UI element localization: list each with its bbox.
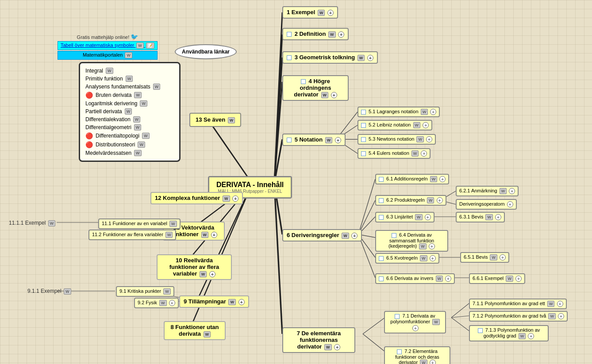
node-6-1-plus[interactable]: + bbox=[439, 176, 446, 182]
node-2-checkbox[interactable] bbox=[287, 32, 292, 37]
node-5-4-plus[interactable]: + bbox=[421, 150, 427, 157]
node-6-5-wiki[interactable]: W bbox=[420, 255, 427, 261]
node-6-2-wiki[interactable]: W bbox=[427, 197, 434, 203]
node-6-4-plus[interactable]: + bbox=[429, 243, 435, 249]
node-deriveringsop-plus[interactable]: + bbox=[507, 201, 513, 207]
node-deriveringsop[interactable]: Deriveringsoperatorn + bbox=[456, 199, 517, 210]
node-7-1-2[interactable]: 7.1.2 Polynomfunktion av grad två W + bbox=[469, 311, 568, 322]
node-11-plus[interactable]: + bbox=[211, 232, 217, 238]
node-5-3-wiki[interactable]: W bbox=[416, 136, 424, 142]
node-9-1[interactable]: 9.1 Kritiska punkter W bbox=[116, 286, 174, 297]
diffgeo-wiki[interactable]: W bbox=[134, 124, 142, 130]
node-7-1-3-plus[interactable]: + bbox=[528, 333, 534, 339]
node-5-4[interactable]: 5.4 Eulers notation W + bbox=[358, 148, 431, 159]
node-13-wiki[interactable]: W bbox=[228, 117, 235, 123]
node-7-1-2-wiki[interactable]: W bbox=[548, 313, 556, 319]
node-7-2-checkbox[interactable] bbox=[397, 349, 402, 354]
node-5-plus[interactable]: + bbox=[335, 137, 341, 143]
node-5-1-wiki[interactable]: W bbox=[421, 109, 428, 115]
log-wiki[interactable]: W bbox=[140, 100, 147, 107]
bruten-wiki[interactable]: W bbox=[134, 92, 142, 98]
node-9-2[interactable]: 9.2 Fysik W + bbox=[134, 298, 179, 308]
node-6-6[interactable]: 6.6 Derivata av invers W + bbox=[375, 273, 455, 284]
node-6[interactable]: 6 Deriveringsregler W + bbox=[282, 229, 362, 241]
node-4-wiki[interactable]: W bbox=[321, 92, 329, 98]
node-3-wiki[interactable]: W bbox=[358, 55, 365, 61]
node-7[interactable]: 7 De elementära funktionernas derivator … bbox=[282, 327, 355, 353]
node-11-2-wiki[interactable]: W bbox=[165, 232, 173, 238]
node-6-5-1[interactable]: 6.5.1 Bevis W + bbox=[460, 252, 509, 263]
node-6-3-plus[interactable]: + bbox=[425, 214, 431, 220]
node-1-wiki[interactable]: W bbox=[318, 10, 325, 16]
node-1[interactable]: 1 Exempel W + bbox=[282, 6, 338, 19]
difftopo-wiki[interactable]: W bbox=[142, 133, 150, 139]
node-6-plus[interactable]: + bbox=[351, 233, 358, 239]
node-7-2[interactable]: 7.2 Elementära funktioner och deras deri… bbox=[384, 346, 450, 364]
node-7-1-1-plus[interactable]: + bbox=[557, 301, 563, 307]
node-6-3-1[interactable]: 6.3.1 Bevis W + bbox=[456, 212, 505, 222]
node-5-1[interactable]: 5.1 Lagranges notation W + bbox=[358, 107, 440, 117]
node-6-4[interactable]: 6.4 Derivata av sammansatt funktion (ked… bbox=[375, 230, 448, 252]
node-6-4-checkbox[interactable] bbox=[392, 233, 396, 238]
node-6-5-1-plus[interactable]: + bbox=[500, 254, 506, 261]
node-11-1-1-wiki[interactable]: W bbox=[48, 220, 56, 226]
node-10[interactable]: 10 Reellvärda funktioner av flera variab… bbox=[157, 254, 232, 280]
node-7-1-1-wiki[interactable]: W bbox=[547, 301, 555, 307]
diffekvation-wiki[interactable]: W bbox=[133, 116, 141, 123]
node-7-2-plus[interactable]: + bbox=[430, 360, 436, 364]
node-5-3-plus[interactable]: + bbox=[426, 136, 432, 142]
node-5-checkbox[interactable] bbox=[287, 138, 292, 142]
node-12[interactable]: 12 Komplexa funktioner W + bbox=[150, 192, 243, 204]
node-6-6-1[interactable]: 6.6.1 Exempel W + bbox=[469, 273, 525, 284]
node-1-plus[interactable]: + bbox=[327, 10, 334, 16]
node-9-plus[interactable]: + bbox=[238, 299, 245, 305]
node-2[interactable]: 2 Definition W + bbox=[282, 28, 349, 40]
node-10-plus[interactable]: + bbox=[209, 271, 215, 277]
node-6-6-wiki[interactable]: W bbox=[436, 276, 443, 282]
node-7-1-3-checkbox[interactable] bbox=[478, 328, 483, 333]
node-7-wiki[interactable]: W bbox=[324, 344, 332, 350]
matematikportalen-link[interactable]: Matematikportalen W bbox=[58, 51, 158, 60]
partiell-wiki[interactable]: W bbox=[125, 108, 132, 115]
node-6-3-checkbox[interactable] bbox=[379, 215, 384, 220]
node-6-2-1[interactable]: 6.2.1 Anmärkning W + bbox=[456, 186, 519, 196]
medel-wiki[interactable]: W bbox=[134, 150, 142, 156]
node-12-wiki[interactable]: W bbox=[223, 195, 230, 202]
node-3-checkbox[interactable] bbox=[287, 55, 292, 60]
node-5-2-checkbox[interactable] bbox=[361, 123, 366, 128]
node-6-6-plus[interactable]: + bbox=[445, 276, 451, 282]
node-6-wiki[interactable]: W bbox=[342, 233, 349, 239]
node-8-wiki[interactable]: W bbox=[204, 331, 211, 337]
node-6-6-checkbox[interactable] bbox=[379, 276, 384, 281]
node-7-1-3-wiki[interactable]: W bbox=[519, 333, 526, 339]
node-6-5-plus[interactable]: + bbox=[430, 255, 436, 261]
node-6-6-1-wiki[interactable]: W bbox=[506, 276, 513, 282]
node-11-1[interactable]: 11.1 Funktioner av en variabel W bbox=[98, 218, 181, 229]
distribution-wiki[interactable]: W bbox=[138, 142, 145, 148]
node-7-2-wiki[interactable]: W bbox=[420, 360, 427, 364]
node-7-plus[interactable]: + bbox=[334, 344, 340, 350]
node-3-plus[interactable]: + bbox=[367, 55, 373, 61]
node-6-1-wiki[interactable]: W bbox=[430, 176, 438, 182]
node-13[interactable]: 13 Se även W bbox=[189, 113, 241, 127]
node-6-6-1-plus[interactable]: + bbox=[515, 276, 522, 282]
node-2-wiki[interactable]: W bbox=[328, 31, 336, 38]
node-7-1-3[interactable]: 7.1.3 Polynomfunktion av godtycklig grad… bbox=[469, 325, 549, 341]
node-5-2-wiki[interactable]: W bbox=[413, 122, 421, 128]
node-6-3[interactable]: 6.3 Linjäritet W + bbox=[375, 212, 434, 222]
node-6-1[interactable]: 6.1 Additionsregeln W + bbox=[375, 174, 449, 184]
node-9-1-1-wiki[interactable]: W bbox=[64, 288, 71, 295]
node-12-plus[interactable]: + bbox=[232, 195, 238, 202]
node-7-1-checkbox[interactable] bbox=[395, 314, 400, 319]
node-5-3[interactable]: 5.3 Newtons notation W + bbox=[358, 134, 436, 145]
node-6-3-wiki[interactable]: W bbox=[415, 214, 423, 220]
node-6-3-1-plus[interactable]: + bbox=[495, 214, 501, 220]
node-7-1[interactable]: 7.1 Derivata av polynomfunktioner W + bbox=[384, 311, 446, 333]
node-9-wiki[interactable]: W bbox=[228, 299, 236, 305]
node-5[interactable]: 5 Notation W + bbox=[282, 134, 346, 146]
node-5-2[interactable]: 5.2 Leibniz notation W + bbox=[358, 120, 432, 130]
node-7-1-1[interactable]: 7.1.1 Polynomfunktion av grad ett W + bbox=[469, 299, 567, 309]
node-8[interactable]: 8 Funktioner utan derivata W bbox=[164, 321, 226, 340]
node-6-5-checkbox[interactable] bbox=[379, 256, 384, 261]
node-6-3-1-wiki[interactable]: W bbox=[485, 214, 493, 220]
